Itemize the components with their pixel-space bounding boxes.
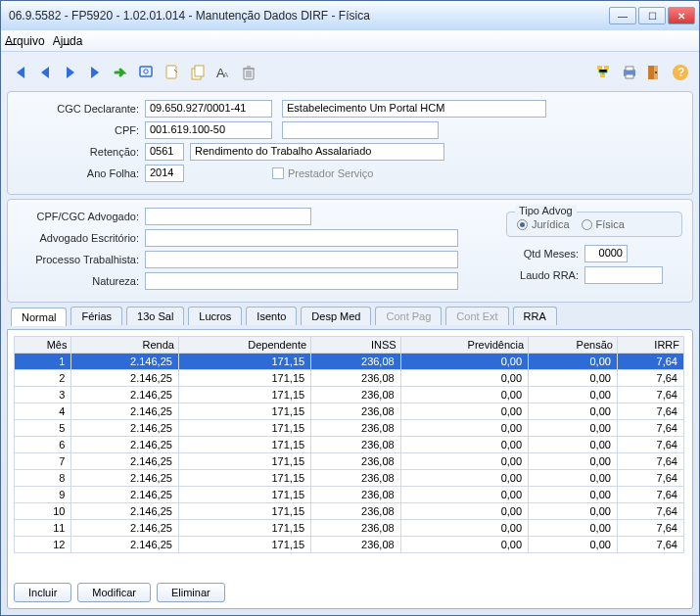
- checkbox-prestador-servico[interactable]: Prestador Serviço: [272, 167, 373, 179]
- exit-icon[interactable]: [644, 62, 666, 83]
- maximize-button[interactable]: ☐: [638, 7, 666, 24]
- col-header[interactable]: Previdência: [400, 337, 528, 354]
- help-icon[interactable]: ?: [670, 62, 691, 83]
- text-mode-icon[interactable]: AA: [212, 62, 234, 83]
- col-header[interactable]: Renda: [71, 337, 179, 354]
- cell: 0,00: [400, 437, 528, 453]
- field-cpf-extra[interactable]: [282, 121, 439, 139]
- svg-rect-2: [166, 66, 176, 78]
- radio-juridica[interactable]: Jurídica: [517, 218, 570, 230]
- tab-cont-ext: Cont Ext: [445, 307, 508, 325]
- eliminar-button[interactable]: Eliminar: [157, 583, 225, 602]
- table-row[interactable]: 72.146,25171,15236,080,000,007,64: [15, 453, 684, 470]
- table-row[interactable]: 92.146,25171,15236,080,000,007,64: [15, 487, 684, 503]
- svg-rect-4: [195, 66, 204, 76]
- menu-arquivo[interactable]: Arquivo: [5, 34, 45, 48]
- cell: 0,00: [400, 370, 528, 387]
- cell: 0,00: [400, 470, 528, 487]
- col-header[interactable]: INSS: [311, 337, 401, 354]
- incluir-button[interactable]: Incluir: [14, 583, 71, 602]
- body-area: AA ? CGC Declarante: 09.650.927/0001-41 …: [1, 52, 699, 615]
- cell: 2: [15, 370, 71, 387]
- menu-ajuda[interactable]: Ajuda: [53, 34, 83, 48]
- field-processo-trabalhista[interactable]: [145, 251, 458, 268]
- cell: 2.146,25: [71, 487, 179, 503]
- last-record-icon[interactable]: [85, 62, 107, 83]
- cell: 236,08: [311, 370, 401, 387]
- tab-isento[interactable]: Isento: [246, 307, 297, 325]
- radio-fisica-label: Física: [596, 218, 625, 230]
- tab-férias[interactable]: Férias: [70, 307, 122, 325]
- tab-13o-sal[interactable]: 13o Sal: [126, 307, 184, 325]
- table-row[interactable]: 82.146,25171,15236,080,000,007,64: [15, 470, 684, 487]
- field-cpf-advogado[interactable]: [145, 208, 311, 225]
- prev-record-icon[interactable]: [34, 62, 56, 83]
- cell: 0,00: [400, 453, 528, 470]
- cell: 171,15: [178, 470, 310, 487]
- col-header[interactable]: IRRF: [617, 337, 683, 354]
- table-row[interactable]: 122.146,25171,15236,080,000,007,64: [15, 537, 684, 553]
- svg-rect-13: [626, 74, 633, 78]
- cell: 4: [15, 403, 71, 420]
- delete-icon[interactable]: [238, 62, 259, 83]
- field-natureza[interactable]: [145, 272, 458, 290]
- table-row[interactable]: 112.146,25171,15236,080,000,007,64: [15, 520, 684, 537]
- close-button[interactable]: ✕: [668, 7, 695, 24]
- tab-lucros[interactable]: Lucros: [188, 307, 242, 325]
- tab-rra[interactable]: RRA: [513, 307, 557, 325]
- tab-desp-med[interactable]: Desp Med: [301, 307, 371, 325]
- label-cpf: CPF:: [18, 124, 145, 136]
- cell: 7,64: [617, 453, 683, 470]
- copy-icon[interactable]: [187, 62, 209, 83]
- cell: 8: [15, 470, 71, 487]
- go-icon[interactable]: [111, 62, 132, 83]
- col-header[interactable]: Dependente: [178, 337, 310, 354]
- table-row[interactable]: 62.146,25171,15236,080,000,007,64: [15, 437, 684, 453]
- new-icon[interactable]: [162, 62, 183, 83]
- field-advogado-escritorio[interactable]: [145, 229, 458, 247]
- col-header[interactable]: Mês: [15, 337, 71, 354]
- field-cgc-declarante: 09.650.927/0001-41: [145, 100, 272, 118]
- label-tipo-advog: Tipo Advog: [515, 205, 577, 216]
- cell: 2.146,25: [71, 470, 179, 487]
- data-grid-scroll[interactable]: MêsRendaDependenteINSSPrevidênciaPensãoI…: [14, 336, 686, 575]
- cell: 7,64: [617, 520, 683, 537]
- tab-cont-pag: Cont Pag: [375, 307, 442, 325]
- table-row[interactable]: 42.146,25171,15236,080,000,007,64: [15, 403, 684, 420]
- table-row[interactable]: 32.146,25171,15236,080,000,007,64: [15, 387, 684, 403]
- modificar-button[interactable]: Modificar: [77, 583, 151, 602]
- cell: 171,15: [178, 354, 310, 370]
- cell: 1: [15, 354, 71, 370]
- table-row[interactable]: 102.146,25171,15236,080,000,007,64: [15, 503, 684, 520]
- col-header[interactable]: Pensão: [529, 337, 618, 354]
- cell: 0,00: [400, 520, 528, 537]
- tab-normal[interactable]: Normal: [11, 308, 67, 326]
- table-row[interactable]: 22.146,25171,15236,080,000,007,64: [15, 370, 684, 387]
- print-icon[interactable]: [619, 62, 640, 83]
- table-row[interactable]: 52.146,25171,15236,080,000,007,64: [15, 420, 684, 437]
- cell: 9: [15, 487, 71, 503]
- svg-text:?: ?: [677, 66, 684, 79]
- cell: 0,00: [529, 537, 618, 553]
- field-laudo-rra[interactable]: [584, 266, 663, 284]
- cell: 2.146,25: [71, 420, 179, 437]
- cell: 0,00: [400, 354, 528, 370]
- cell: 7,64: [617, 503, 683, 520]
- cell: 0,00: [529, 403, 618, 420]
- field-estabelecimento: Estabelecimento Um Portal HCM: [282, 100, 546, 118]
- radio-fisica[interactable]: Física: [582, 218, 625, 230]
- cell: 0,00: [400, 503, 528, 520]
- cell: 171,15: [178, 487, 310, 503]
- cell: 2.146,25: [71, 453, 179, 470]
- tree-icon[interactable]: [593, 62, 615, 83]
- first-record-icon[interactable]: [9, 62, 30, 83]
- window-title: 06.9.5582 - FP5920 - 1.02.01.014 - Manut…: [5, 9, 607, 23]
- table-row[interactable]: 12.146,25171,15236,080,000,007,64: [15, 354, 684, 370]
- next-record-icon[interactable]: [60, 62, 81, 83]
- cell: 0,00: [400, 387, 528, 403]
- search-icon[interactable]: [136, 62, 158, 83]
- tab-content-normal: MêsRendaDependenteINSSPrevidênciaPensãoI…: [7, 329, 693, 609]
- label-advogado-escritorio: Advogado Escritório:: [18, 232, 145, 244]
- minimize-button[interactable]: —: [609, 7, 636, 24]
- cell: 171,15: [178, 503, 310, 520]
